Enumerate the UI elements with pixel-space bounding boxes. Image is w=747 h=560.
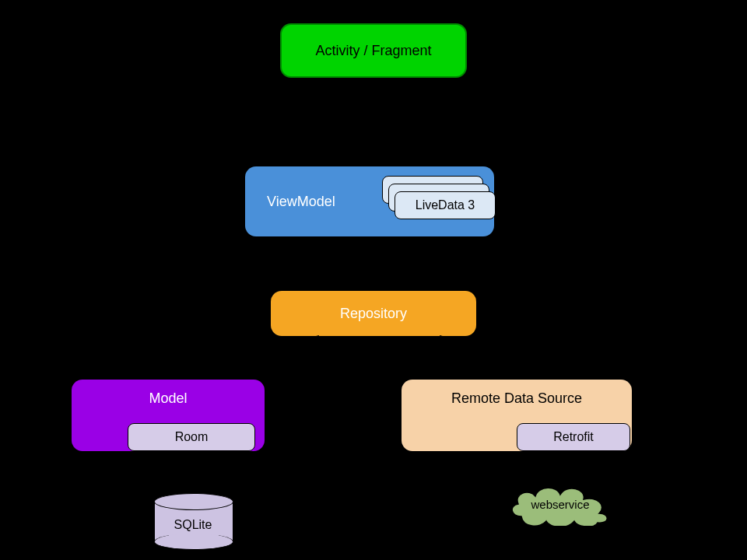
viewmodel-box: ViewModel LiveData 3 (245, 166, 494, 236)
svg-marker-7 (570, 369, 588, 380)
model-label: Model (149, 390, 187, 407)
room-card: Room (128, 423, 255, 451)
repository-box: Repository (271, 291, 476, 336)
room-label: Room (175, 430, 209, 444)
arrow-model-sqlite (190, 451, 196, 493)
svg-marker-3 (369, 280, 378, 291)
svg-marker-9 (188, 482, 198, 493)
activity-box: Activity / Fragment (280, 23, 467, 78)
retrofit-label: Retrofit (553, 430, 594, 444)
repository-label: Repository (340, 306, 407, 322)
model-box: Model Room (72, 380, 265, 451)
sqlite-label: SQLite (154, 518, 232, 532)
livedata-label: LiveData 3 (416, 198, 475, 212)
svg-marker-5 (170, 369, 186, 380)
svg-marker-1 (369, 156, 378, 166)
svg-line-6 (440, 336, 576, 375)
livedata-card-front: LiveData 3 (395, 191, 496, 219)
retrofit-card: Retrofit (517, 423, 630, 451)
activity-label: Activity / Fragment (315, 43, 431, 59)
remote-label: Remote Data Source (451, 390, 582, 407)
viewmodel-label: ViewModel (267, 194, 335, 210)
svg-line-4 (181, 336, 319, 375)
sqlite-cylinder: SQLite (154, 493, 232, 549)
remote-box: Remote Data Source Retrofit (402, 380, 632, 451)
arrow-activity-viewmodel (370, 78, 377, 166)
webservice-label: webservice (506, 498, 615, 511)
webservice-cloud: webservice (506, 482, 615, 526)
arrow-viewmodel-repository (370, 236, 377, 291)
